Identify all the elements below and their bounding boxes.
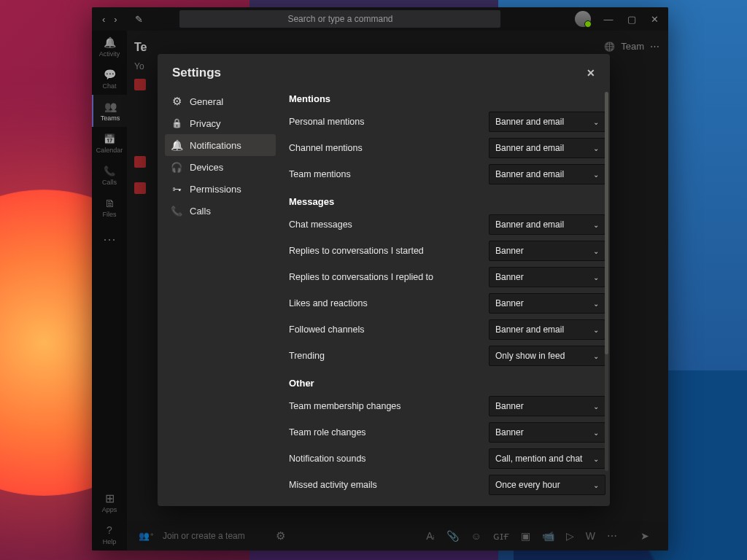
setting-row: Missed activity emailsOnce every hour⌄ [289, 475, 605, 495]
settings-nav-calls[interactable]: Calls [165, 200, 276, 222]
avatar[interactable] [575, 11, 591, 27]
setting-label: Team mentions [289, 169, 489, 179]
setting-dropdown[interactable]: Banner⌄ [489, 267, 605, 287]
titlebar: ‹ › ✎ Search or type a command — ▢ ✕ [92, 7, 668, 31]
setting-row: Replies to conversations I startedBanner… [289, 241, 605, 261]
dropdown-value: Banner and email [495, 324, 564, 335]
setting-dropdown[interactable]: Banner and email⌄ [489, 214, 605, 235]
chevron-down-icon: ⌄ [593, 247, 599, 255]
dropdown-value: Banner [495, 272, 524, 282]
settings-nav-devices[interactable]: Devices [165, 156, 276, 178]
key-icon [171, 183, 182, 195]
window-close-icon[interactable]: ✕ [649, 13, 661, 25]
setting-dropdown[interactable]: Banner⌄ [489, 422, 605, 443]
chevron-down-icon: ⌄ [593, 221, 599, 229]
settings-title: Settings [172, 66, 221, 80]
setting-row: Likes and reactionsBanner⌄ [289, 293, 605, 314]
chevron-down-icon: ⌄ [593, 326, 599, 334]
setting-label: Followed channels [289, 324, 489, 335]
settings-nav-privacy[interactable]: Privacy [165, 112, 276, 134]
dropdown-value: Once every hour [495, 480, 560, 490]
setting-label: Team role changes [289, 427, 489, 438]
settings-nav-general[interactable]: General [165, 90, 276, 112]
phone-icon [171, 205, 182, 217]
dropdown-value: Banner and email [495, 143, 564, 153]
setting-label: Notification sounds [289, 454, 489, 464]
setting-row: Replies to conversations I replied toBan… [289, 267, 605, 287]
setting-row: TrendingOnly show in feed⌄ [289, 346, 605, 366]
dropdown-value: Call, mention and chat [495, 454, 582, 464]
setting-row: Notification soundsCall, mention and cha… [289, 448, 605, 469]
setting-dropdown[interactable]: Banner⌄ [489, 293, 605, 314]
search-input[interactable]: Search or type a command [179, 10, 500, 28]
section-messages: Messages [289, 196, 605, 207]
chevron-down-icon: ⌄ [593, 455, 599, 463]
bell-icon [171, 139, 182, 151]
section-mentions: Mentions [289, 93, 605, 104]
window-maximize-icon[interactable]: ▢ [626, 13, 638, 25]
setting-dropdown[interactable]: Only show in feed⌄ [489, 346, 605, 366]
setting-label: Trending [289, 351, 489, 361]
setting-row: Personal mentionsBanner and email⌄ [289, 112, 605, 132]
modal-scrollbar[interactable] [605, 92, 608, 471]
chevron-down-icon: ⌄ [593, 144, 599, 152]
dropdown-value: Banner [495, 246, 524, 256]
settings-nav-permissions[interactable]: Permissions [165, 178, 276, 200]
settings-content[interactable]: Mentions Personal mentionsBanner and ema… [282, 88, 610, 506]
window-minimize-icon[interactable]: — [603, 13, 614, 25]
chevron-down-icon: ⌄ [593, 402, 599, 411]
dropdown-value: Only show in feed [495, 351, 565, 361]
setting-label: Missed activity emails [289, 480, 489, 490]
chevron-down-icon: ⌄ [593, 273, 599, 281]
setting-label: Personal mentions [289, 117, 489, 127]
chevron-down-icon: ⌄ [593, 429, 599, 437]
compose-icon[interactable]: ✎ [135, 14, 143, 25]
setting-row: Team mentionsBanner and email⌄ [289, 164, 605, 184]
dropdown-value: Banner and email [495, 219, 564, 230]
teams-app-window: ‹ › ✎ Search or type a command — ▢ ✕ Act… [92, 7, 668, 551]
setting-label: Chat messages [289, 219, 489, 230]
section-other: Other [289, 378, 605, 389]
setting-dropdown[interactable]: Banner and email⌄ [489, 164, 605, 184]
nav-back-icon[interactable]: ‹ [102, 14, 105, 25]
dropdown-value: Banner [495, 401, 524, 411]
setting-row: Channel mentionsBanner and email⌄ [289, 138, 605, 158]
chevron-down-icon: ⌄ [593, 171, 599, 179]
gear-icon [171, 96, 182, 107]
setting-dropdown[interactable]: Banner and email⌄ [489, 319, 605, 340]
setting-dropdown[interactable]: Once every hour⌄ [489, 475, 605, 495]
setting-dropdown[interactable]: Banner and email⌄ [489, 112, 605, 132]
lock-icon [171, 117, 182, 129]
setting-dropdown[interactable]: Banner⌄ [489, 396, 605, 416]
setting-label: Team membership changes [289, 401, 489, 411]
dropdown-value: Banner [495, 427, 524, 438]
setting-label: Replies to conversations I started [289, 246, 489, 256]
nav-forward-icon[interactable]: › [114, 14, 117, 25]
chevron-down-icon: ⌄ [593, 352, 599, 360]
setting-label: Replies to conversations I replied to [289, 272, 489, 282]
setting-dropdown[interactable]: Banner and email⌄ [489, 138, 605, 158]
dropdown-value: Banner and email [495, 117, 564, 127]
setting-label: Channel mentions [289, 143, 489, 153]
setting-label: Likes and reactions [289, 298, 489, 308]
setting-dropdown[interactable]: Banner⌄ [489, 241, 605, 261]
settings-modal: Settings ✕ General Privacy Notifications [158, 54, 610, 506]
dropdown-value: Banner and email [495, 169, 564, 179]
chevron-down-icon: ⌄ [593, 300, 599, 308]
close-icon[interactable]: ✕ [587, 67, 595, 79]
setting-row: Chat messagesBanner and email⌄ [289, 214, 605, 235]
setting-row: Followed channelsBanner and email⌄ [289, 319, 605, 340]
headset-icon [171, 161, 182, 173]
chevron-down-icon: ⌄ [593, 481, 599, 489]
dropdown-value: Banner [495, 298, 524, 308]
chevron-down-icon: ⌄ [593, 118, 599, 126]
setting-row: Team membership changesBanner⌄ [289, 396, 605, 416]
settings-nav: General Privacy Notifications Devices Pe… [158, 88, 282, 506]
setting-row: Team role changesBanner⌄ [289, 422, 605, 443]
setting-dropdown[interactable]: Call, mention and chat⌄ [489, 448, 605, 469]
settings-nav-notifications[interactable]: Notifications [165, 134, 276, 156]
